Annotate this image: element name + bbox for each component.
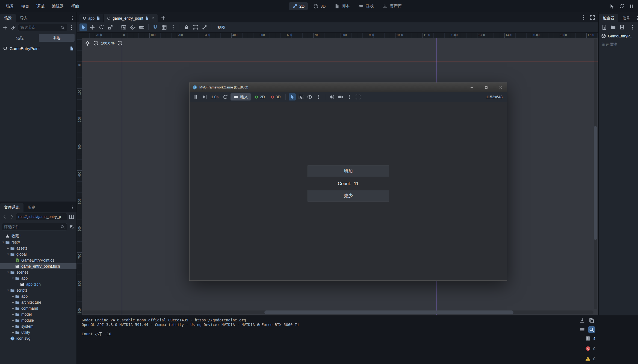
grid-snap-toggle[interactable] <box>160 23 168 31</box>
output-filter-button[interactable] <box>579 326 586 333</box>
vertical-scrollbar[interactable] <box>594 39 597 309</box>
current-path-field[interactable]: res://global/game_entry_p <box>16 213 67 220</box>
increase-button[interactable]: 增加 <box>308 165 389 177</box>
topbar-restart-button[interactable] <box>618 2 625 10</box>
move-tool[interactable] <box>88 23 96 31</box>
edit-pivot-tool[interactable] <box>129 23 137 31</box>
tree-arrow-icon[interactable]: ▶ <box>11 295 15 298</box>
file-assets[interactable]: ▶assets <box>0 245 76 251</box>
segment-remote[interactable]: 远程 <box>2 34 38 42</box>
file-scripts[interactable]: ▼scripts <box>0 287 76 293</box>
menu-project[interactable]: 项目 <box>17 0 33 12</box>
ruler-tool[interactable] <box>138 23 146 31</box>
file-model[interactable]: ▶model <box>0 311 76 317</box>
group-node-button[interactable] <box>192 23 199 31</box>
list-select-mode-button[interactable] <box>297 93 305 100</box>
camera-override-button[interactable] <box>337 93 344 100</box>
scene-dock-tabbar-menu-button[interactable] <box>69 15 75 21</box>
scene-tree-node-gameentrypoint[interactable]: GameEntryPoint <box>0 44 76 52</box>
horizontal-ruler[interactable]: -100010020030040050060070080090010001100… <box>82 33 598 38</box>
maximize-window-button[interactable] <box>480 83 492 92</box>
tree-arrow-icon[interactable]: ▶ <box>11 301 15 304</box>
menu-debug[interactable]: 调试 <box>33 0 48 12</box>
filesystem-tab-history[interactable]: 历史 <box>23 203 39 212</box>
file-app[interactable]: ▶app <box>0 293 76 299</box>
inspector-tab-signals[interactable]: 信号 <box>618 14 634 22</box>
embed-fullscreen-button[interactable] <box>355 93 362 100</box>
decrease-button[interactable]: 减少 <box>308 190 389 202</box>
topbar-pause-button[interactable] <box>628 2 635 10</box>
file-global[interactable]: ▼global <box>0 251 76 257</box>
scene-tabs-list-button[interactable] <box>580 14 587 21</box>
inspector-tabbar-menu-button[interactable] <box>634 15 638 21</box>
file--[interactable]: 收藏： <box>0 233 76 239</box>
copy-output-button[interactable] <box>588 317 595 324</box>
expand-editor-button[interactable] <box>589 14 596 21</box>
menu-editor[interactable]: 编辑器 <box>48 0 67 12</box>
workspace-game[interactable]: 游戏 <box>355 2 377 10</box>
tree-arrow-icon[interactable]: ▶ <box>11 331 15 334</box>
reset-speed-button[interactable] <box>222 93 229 100</box>
select-tool[interactable] <box>79 23 87 31</box>
game-viewport[interactable]: 增加 Count: -11 减少 <box>190 102 507 280</box>
attached-script-icon[interactable] <box>69 46 74 51</box>
new-scene-tab-button[interactable] <box>160 14 167 21</box>
list-select-tool[interactable] <box>120 23 128 31</box>
filesystem-tab-filesystem[interactable]: 文件系统 <box>0 203 23 212</box>
filter-properties-input[interactable]: 筛选属性 <box>599 40 638 49</box>
h-scroll-thumb[interactable] <box>264 310 513 314</box>
vertical-ruler[interactable]: 0100200300400500600700800900 <box>77 38 82 315</box>
file-game-entry-point.tscn[interactable]: game_entry_point.tscn <box>0 263 76 269</box>
toggle-split-mode-button[interactable] <box>68 214 75 220</box>
horizontal-scrollbar[interactable] <box>82 310 593 314</box>
tree-arrow-icon[interactable]: ▶ <box>11 325 15 328</box>
segment-local[interactable]: 本地 <box>39 34 75 42</box>
workspace-script[interactable]: 脚本 <box>331 2 353 10</box>
inspector-options-button[interactable] <box>629 24 636 31</box>
v-scroll-thumb[interactable] <box>594 126 597 240</box>
file-res-[interactable]: ▼res:// <box>0 239 76 245</box>
zoom-level[interactable]: 100.0 % <box>101 41 115 45</box>
zoom-out-button[interactable] <box>93 40 99 46</box>
file-app[interactable]: ▼app <box>0 275 76 281</box>
close-tab-button[interactable] <box>151 17 155 20</box>
tree-arrow-icon[interactable]: ▶ <box>11 319 15 322</box>
file-icon.svg[interactable]: icon.svg <box>0 335 76 341</box>
file-scenes[interactable]: ▼scenes <box>0 269 76 275</box>
mode-2d-toggle[interactable]: 2D <box>253 94 267 100</box>
add-node-button[interactable] <box>2 24 9 31</box>
warnings-counter[interactable]: 0 <box>585 356 597 362</box>
workspace-3d[interactable]: 3D <box>310 2 329 10</box>
clear-output-button[interactable] <box>579 317 586 324</box>
file-module[interactable]: ▶module <box>0 317 76 323</box>
mute-audio-button[interactable] <box>328 93 335 100</box>
scene-tab-game-entry-point[interactable]: game_entry_point <box>104 14 158 22</box>
scale-tool[interactable] <box>107 23 114 31</box>
new-resource-button[interactable] <box>601 24 607 31</box>
select-options-button[interactable] <box>315 93 322 100</box>
menu-help[interactable]: 帮助 <box>67 0 83 12</box>
file-utility[interactable]: ▶utility <box>0 329 76 335</box>
zoom-in-button[interactable] <box>117 40 123 46</box>
speed-select[interactable]: 1.0× <box>210 95 220 99</box>
select-mode-button[interactable] <box>289 93 296 100</box>
tree-arrow-icon[interactable]: ▶ <box>11 307 15 310</box>
next-frame-button[interactable] <box>201 93 208 100</box>
file-app.tscn[interactable]: app.tscn <box>0 281 76 287</box>
file-system[interactable]: ▶system <box>0 323 76 329</box>
pause-game-button[interactable] <box>192 93 199 100</box>
tree-arrow-icon[interactable]: ▼ <box>6 253 10 256</box>
menu-scene[interactable]: 场景 <box>2 0 17 12</box>
file-command[interactable]: ▶command <box>0 305 76 311</box>
camera-options-button[interactable] <box>346 93 353 100</box>
messages-counter[interactable]: 4 <box>585 336 597 341</box>
tree-arrow-icon[interactable]: ▼ <box>1 241 5 244</box>
file-gameentrypoint.cs[interactable]: GameEntryPoint.cs <box>0 257 76 263</box>
snap-options-button[interactable] <box>169 23 177 31</box>
mode-3d-toggle[interactable]: 3D <box>268 94 283 100</box>
history-forward-button[interactable] <box>9 214 15 220</box>
topbar-select-mode-button[interactable] <box>608 2 616 10</box>
save-resource-button[interactable] <box>619 24 625 31</box>
workspace-assetlib[interactable]: 资产库 <box>379 2 405 10</box>
tree-arrow-icon[interactable]: ▼ <box>11 277 15 280</box>
